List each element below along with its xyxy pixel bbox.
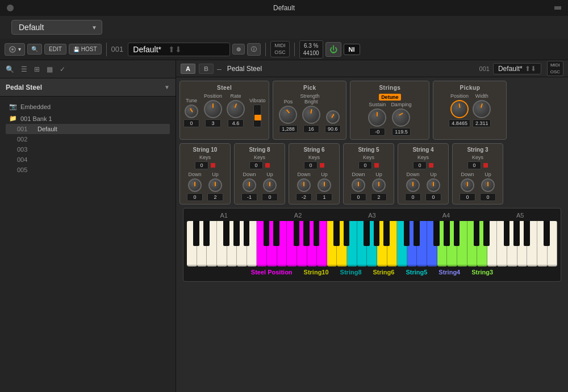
preset-dropdown[interactable]: Default <box>11 20 102 35</box>
preset-item-001[interactable]: 001Default <box>6 124 170 134</box>
piano-black-key-10[interactable] <box>294 221 300 246</box>
edit-button[interactable]: EDIT <box>44 44 66 55</box>
string-down-knob-3[interactable] <box>352 178 365 192</box>
piano-black-key-7[interactable] <box>264 221 270 246</box>
steel-tune-knob[interactable] <box>185 105 198 118</box>
piano-black-key-0[interactable] <box>193 221 199 246</box>
search-button[interactable]: 🔍 <box>27 44 42 55</box>
piano-black-key-4[interactable] <box>233 221 240 246</box>
string-down-knob-0[interactable] <box>188 178 202 192</box>
preset-item-002[interactable]: 002 <box>6 134 170 144</box>
strings-sustain-value[interactable]: -0 <box>369 128 385 136</box>
pick-bright-value[interactable]: 16 <box>303 125 319 133</box>
steel-vibrato-slider[interactable] <box>253 105 261 127</box>
strings-sustain-knob[interactable] <box>368 109 386 127</box>
embedded-header[interactable]: 📷 Embedded <box>6 101 170 112</box>
string-down-value-4[interactable]: 0 <box>405 193 421 201</box>
piano-black-key-26[interactable] <box>454 221 460 246</box>
preset-name-field[interactable]: Default* ⬆⬇ <box>128 43 230 56</box>
pick-pos-value[interactable]: 1,288 <box>279 125 298 133</box>
piano-black-key-22[interactable] <box>414 221 420 246</box>
pick-bright2-knob[interactable] <box>326 110 340 124</box>
piano-black-key-3[interactable] <box>223 221 229 246</box>
strings-damping-value[interactable]: 119.5 <box>392 128 411 136</box>
string-up-value-2[interactable]: 1 <box>316 193 332 201</box>
piano-black-key-5[interactable] <box>244 221 250 246</box>
strings-damping-knob[interactable] <box>392 109 410 127</box>
settings-button[interactable]: ▾ <box>5 43 25 56</box>
sidebar-check-button[interactable]: ✓ <box>57 64 68 74</box>
a-button[interactable]: A <box>181 64 195 74</box>
piano-black-key-32[interactable] <box>513 221 520 246</box>
string-down-value-0[interactable]: 0 <box>187 193 203 201</box>
preset-item-004[interactable]: 004 <box>6 155 170 165</box>
pickup-width-value[interactable]: 2.311 <box>473 119 491 127</box>
string-keys-value-1[interactable]: 0 <box>249 161 263 169</box>
string-up-value-4[interactable]: 0 <box>425 193 441 201</box>
piano-black-key-28[interactable] <box>474 221 480 246</box>
string-up-value-5[interactable]: 0 <box>480 193 496 201</box>
instrument-dropdown-arrow[interactable]: ▼ <box>164 84 170 90</box>
string-down-knob-4[interactable] <box>406 178 420 192</box>
string-up-knob-4[interactable] <box>427 178 440 192</box>
piano-black-key-15[interactable] <box>344 221 350 246</box>
preset-item-003[interactable]: 003 <box>6 144 170 155</box>
string-down-knob-2[interactable] <box>297 178 311 192</box>
string-keys-value-2[interactable]: 0 <box>304 161 318 169</box>
string-up-knob-2[interactable] <box>318 178 331 192</box>
pick-bright-knob[interactable] <box>302 106 320 124</box>
piano-black-key-29[interactable] <box>483 221 490 246</box>
pickup-position-knob[interactable] <box>450 100 469 118</box>
steel-position-value[interactable]: 3 <box>205 119 221 127</box>
pick-pos-knob[interactable] <box>279 106 297 124</box>
steel-rate-knob[interactable] <box>227 100 245 118</box>
link-button[interactable]: ⊚ <box>232 44 245 55</box>
info-button[interactable]: ⓘ <box>247 43 261 56</box>
string-up-value-1[interactable]: 0 <box>262 193 278 201</box>
sidebar-list-button[interactable]: ☰ <box>19 64 30 74</box>
piano-black-key-24[interactable] <box>433 221 440 246</box>
piano-black-key-25[interactable] <box>444 221 450 246</box>
piano-black-key-21[interactable] <box>404 221 410 246</box>
string-keys-value-4[interactable]: 0 <box>413 161 427 169</box>
traffic-light-icon[interactable] <box>7 5 14 11</box>
string-keys-value-5[interactable]: 0 <box>467 161 481 169</box>
sidebar-grid-button[interactable]: ⊞ <box>32 64 42 74</box>
string-down-value-2[interactable]: -2 <box>296 193 312 201</box>
string-down-value-3[interactable]: 0 <box>350 193 366 201</box>
piano-black-key-1[interactable] <box>203 221 210 246</box>
string-keys-value-3[interactable]: 0 <box>358 161 372 169</box>
preset-item-005[interactable]: 005 <box>6 165 170 175</box>
string-up-value-0[interactable]: 2 <box>207 193 223 201</box>
string-up-knob-3[interactable] <box>372 178 386 192</box>
piano-black-key-33[interactable] <box>524 221 530 246</box>
pick-bright2-value[interactable]: 90.6 <box>325 125 341 133</box>
bank-header[interactable]: 📁 001 Bank 1 <box>6 113 170 124</box>
ab-preset-dropdown[interactable]: Default* ⬆⬇ <box>493 63 541 74</box>
string-down-value-1[interactable]: -1 <box>241 193 257 201</box>
sidebar-tile-button[interactable]: ▦ <box>44 64 55 74</box>
piano-black-key-14[interactable] <box>333 221 340 246</box>
string-down-knob-1[interactable] <box>243 178 256 192</box>
pickup-position-value[interactable]: 4.8465 <box>449 119 470 127</box>
steel-rate-value[interactable]: 4.6 <box>228 119 244 127</box>
piano-black-key-8[interactable] <box>273 221 279 246</box>
sidebar-search-button[interactable]: 🔍 <box>3 64 16 74</box>
string-up-knob-0[interactable] <box>208 178 222 192</box>
pickup-width-knob[interactable] <box>473 100 491 118</box>
piano-keyboard[interactable] <box>187 221 557 266</box>
minimize-icon[interactable] <box>554 6 561 10</box>
string-up-knob-1[interactable] <box>263 178 277 192</box>
b-button[interactable]: B <box>199 64 214 74</box>
string-down-knob-5[interactable] <box>461 178 474 192</box>
piano-black-key-18[interactable] <box>374 221 380 246</box>
string-up-value-3[interactable]: 2 <box>371 193 387 201</box>
power-button[interactable]: ⏻ <box>325 42 341 57</box>
steel-position-knob[interactable] <box>204 100 222 118</box>
piano-black-key-19[interactable] <box>383 221 390 246</box>
piano-black-key-35[interactable] <box>544 221 550 246</box>
steel-tune-value[interactable]: 0 <box>183 119 199 127</box>
piano-black-key-12[interactable] <box>314 221 320 246</box>
piano-black-key-11[interactable] <box>303 221 310 246</box>
piano-black-key-17[interactable] <box>364 221 370 246</box>
